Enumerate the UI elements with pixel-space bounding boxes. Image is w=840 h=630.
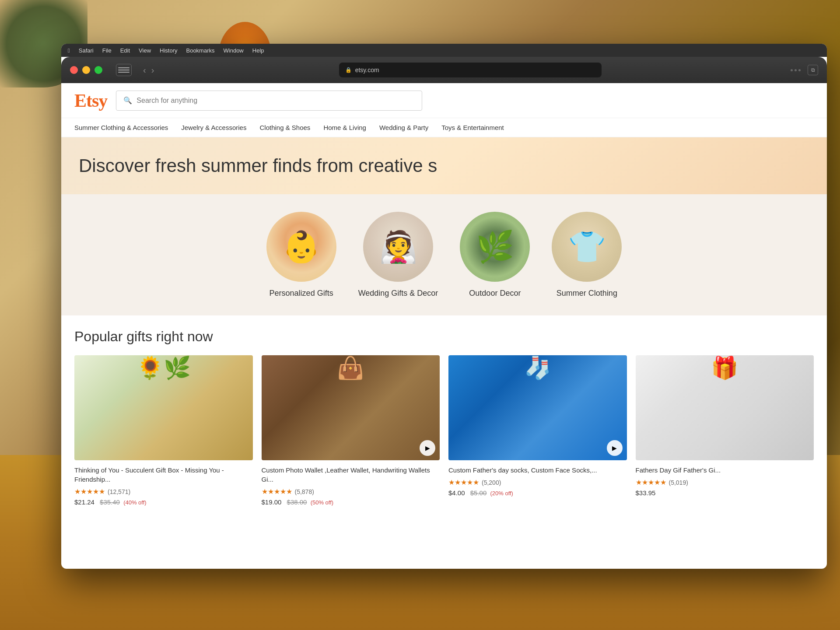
minimize-button[interactable] (82, 66, 90, 74)
dot-3 (798, 69, 801, 71)
category-summer-image (552, 212, 622, 282)
price-original-1: $35.40 (100, 498, 120, 506)
nav-link-toys[interactable]: Toys & Entertainment (441, 124, 504, 131)
price-discount-1: (40% off) (123, 499, 147, 506)
products-grid: 🌻🌿 Thinking of You - Succulent Gift Box … (74, 355, 814, 506)
search-bar[interactable]: 🔍 (116, 91, 422, 111)
product-title-4: Fathers Day Gif Father's Gi... (636, 466, 814, 475)
view-menu[interactable]: View (139, 47, 151, 54)
review-count-3: (5,200) (482, 479, 501, 486)
sidebar-toggle-line (118, 70, 130, 70)
sidebar-toggle-line (118, 72, 130, 73)
help-menu[interactable]: Help (252, 47, 264, 54)
window-menu[interactable]: Window (224, 47, 244, 54)
search-input[interactable] (136, 97, 415, 105)
product-title-1: Thinking of You - Succulent Gift Box - M… (74, 466, 253, 484)
sidebar-toggle-button[interactable] (116, 64, 132, 76)
price-discount-3: (20% off) (490, 490, 513, 497)
tab-extension-icon[interactable]: ⧉ (808, 65, 818, 75)
nav-link-home-living[interactable]: Home & Living (323, 124, 366, 131)
url-text: etsy.com (355, 66, 379, 74)
edit-menu[interactable]: Edit (120, 47, 130, 54)
traffic-lights (70, 66, 102, 74)
nav-link-jewelry[interactable]: Jewelry & Accessories (181, 124, 246, 131)
product-price-1: $21.24 $35.40 (40% off) (74, 498, 253, 506)
category-wedding-gifts[interactable]: Wedding Gifts & Decor (358, 212, 438, 298)
product-image-1: 🌻🌿 (74, 355, 253, 460)
nav-link-summer-clothing[interactable]: Summer Clothing & Accessories (74, 124, 168, 131)
product-price-4: $33.95 (636, 489, 814, 497)
apple-menu[interactable]:  (68, 47, 70, 54)
product-image-2: 👜 ▶ (262, 355, 440, 460)
category-wedding-image (363, 212, 433, 282)
hero-banner: Discover fresh summer finds from creativ… (61, 137, 827, 194)
product-rating-3: ★★★★★ (5,200) (448, 478, 627, 486)
product-price-2: $19.00 $38.00 (50% off) (262, 498, 440, 506)
review-count-1: (12,571) (108, 488, 130, 495)
video-play-button-2[interactable]: ▶ (420, 440, 435, 456)
review-count-2: (5,878) (295, 488, 314, 495)
navigation-links: Summer Clothing & Accessories Jewelry & … (61, 118, 827, 137)
dot-1 (791, 69, 793, 71)
product-image-4: 🎁 (636, 355, 814, 460)
bookmarks-menu[interactable]: Bookmarks (186, 47, 214, 54)
product-img-emoji-2: 👜 (262, 355, 440, 381)
category-outdoor-label: Outdoor Decor (469, 289, 521, 298)
nav-link-clothing-shoes[interactable]: Clothing & Shoes (259, 124, 310, 131)
product-card-1[interactable]: 🌻🌿 Thinking of You - Succulent Gift Box … (74, 355, 253, 506)
product-card-2[interactable]: 👜 ▶ Custom Photo Wallet ,Leather Wallet,… (262, 355, 440, 506)
etsy-header: Etsy 🔍 (61, 83, 827, 118)
product-title-3: Custom Father's day socks, Custom Face S… (448, 466, 627, 475)
product-img-emoji-1: 🌻🌿 (74, 355, 253, 381)
price-current-3: $4.00 (448, 489, 465, 497)
product-img-emoji-3: 🧦 (448, 355, 627, 381)
stars-4: ★★★★★ (636, 478, 666, 486)
back-arrow-icon[interactable]: ‹ (143, 65, 146, 75)
navigation-arrows: ‹ › (143, 65, 154, 75)
url-bar[interactable]: 🔒 etsy.com (339, 63, 602, 77)
video-play-button-3[interactable]: ▶ (607, 440, 623, 456)
file-menu[interactable]: File (102, 47, 112, 54)
category-outdoor-image (460, 212, 530, 282)
product-price-3: $4.00 $5.00 (20% off) (448, 489, 627, 497)
dot-2 (794, 69, 797, 71)
price-discount-2: (50% off) (311, 499, 334, 506)
price-original-3: $5.00 (470, 489, 487, 497)
close-button[interactable] (70, 66, 78, 74)
category-outdoor-decor[interactable]: Outdoor Decor (460, 212, 530, 298)
product-image-3: 🧦 ▶ (448, 355, 627, 460)
etsy-logo[interactable]: Etsy (74, 90, 107, 111)
safari-menu[interactable]: Safari (79, 47, 94, 54)
category-personalized-image (266, 212, 336, 282)
product-rating-1: ★★★★★ (12,571) (74, 487, 253, 496)
browser-dots-menu[interactable] (791, 69, 801, 71)
category-summer-label: Summer Clothing (556, 289, 617, 298)
product-title-2: Custom Photo Wallet ,Leather Wallet, Han… (262, 466, 440, 484)
browser-content: Etsy 🔍 Summer Clothing & Accessories Jew… (61, 83, 827, 551)
sidebar-toggle-line (118, 67, 130, 68)
forward-arrow-icon[interactable]: › (151, 65, 154, 75)
maximize-button[interactable] (94, 66, 102, 74)
categories-section: Personalized Gifts Wedding Gifts & Decor… (61, 194, 827, 315)
price-current-4: $33.95 (636, 489, 656, 497)
stars-1: ★★★★★ (74, 487, 105, 496)
category-summer-clothing[interactable]: Summer Clothing (552, 212, 622, 298)
search-icon: 🔍 (123, 96, 132, 105)
product-card-4[interactable]: 🎁 Fathers Day Gif Father's Gi... ★★★★★ (… (636, 355, 814, 506)
nav-link-wedding-party[interactable]: Wedding & Party (379, 124, 428, 131)
history-menu[interactable]: History (160, 47, 177, 54)
popular-gifts-title: Popular gifts right now (74, 329, 814, 345)
category-personalized-label: Personalized Gifts (270, 289, 333, 298)
review-count-4: (5,019) (669, 479, 688, 486)
product-card-3[interactable]: 🧦 ▶ Custom Father's day socks, Custom Fa… (448, 355, 627, 506)
screen-bezel:  Safari File Edit View History Bookmark… (61, 44, 827, 569)
safari-title-bar: ‹ › 🔒 etsy.com ⧉ (61, 57, 827, 83)
stars-2: ★★★★★ (262, 487, 292, 496)
price-original-2: $38.00 (287, 498, 307, 506)
price-current-1: $21.24 (74, 498, 94, 506)
categories-grid: Personalized Gifts Wedding Gifts & Decor… (266, 212, 622, 298)
category-personalized-gifts[interactable]: Personalized Gifts (266, 212, 336, 298)
macos-menu-bar:  Safari File Edit View History Bookmark… (61, 44, 827, 57)
product-rating-2: ★★★★★ (5,878) (262, 487, 440, 496)
category-wedding-label: Wedding Gifts & Decor (358, 289, 438, 298)
